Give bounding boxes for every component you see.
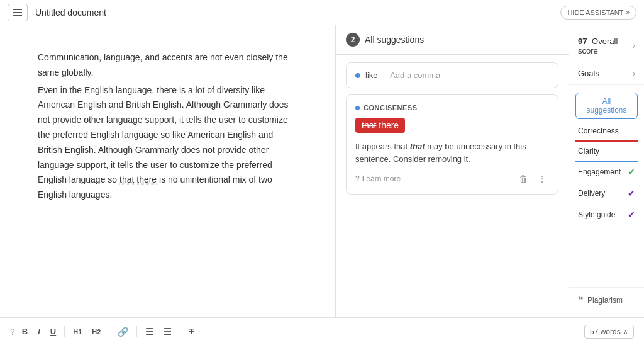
suggestions-header-label: All suggestions (365, 35, 424, 45)
style-guide-check-icon: ✔ (628, 210, 635, 220)
more-options-button[interactable]: ⋮ (535, 172, 549, 185)
there-text: there (379, 120, 399, 130)
suggestions-header: 2 All suggestions (336, 25, 569, 55)
category-engagement[interactable]: Engagement ✔ (575, 162, 638, 183)
tab-all-suggestions[interactable]: All suggestions (575, 93, 638, 119)
suggestion-footer: ? Learn more 🗑 ⋮ (355, 172, 549, 185)
clarity-label: Clarity (578, 147, 599, 156)
suggestion-card-like[interactable]: like · Add a comma (346, 62, 558, 88)
word-count-chevron: ∧ (623, 327, 628, 336)
paragraph-2: Even in the English language, there is a… (38, 83, 297, 203)
goals-row[interactable]: Goals › (569, 62, 644, 85)
that-there-tag: that there (355, 118, 405, 133)
plagiarism-label: Plagiarism (587, 296, 623, 305)
menu-button[interactable] (8, 4, 28, 21)
plagiarism-icon: ❝ (578, 294, 584, 306)
suggestion-card-minor-content: like · Add a comma (347, 63, 558, 88)
suggestion-description: It appears that that may be unnecessary … (355, 140, 549, 165)
goals-label: Goals (578, 69, 599, 78)
paragraph-1: Communication, language, and accents are… (38, 50, 297, 81)
editor-content: Communication, language, and accents are… (38, 50, 297, 203)
chevron-right-icon: » (626, 9, 630, 16)
overall-score-row[interactable]: 97 Overall score › (569, 30, 644, 62)
goals-chevron-icon: › (633, 69, 635, 78)
plagiarism-row[interactable]: ❝ Plagiarism (569, 287, 644, 312)
ordered-list-button[interactable]: ☰ (142, 324, 157, 339)
that-there-highlight: that there (119, 174, 157, 184)
unordered-list-button[interactable]: ☰ (160, 324, 175, 339)
clear-format-button[interactable]: T (186, 324, 197, 339)
suggestions-count: 2 (346, 33, 360, 47)
delivery-label: Delivery (578, 189, 605, 198)
separator-1 (64, 326, 65, 337)
engagement-check-icon: ✔ (628, 167, 635, 177)
add-comma-label: · (383, 71, 386, 80)
separator-2 (109, 326, 109, 337)
category-clarity[interactable]: Clarity (575, 142, 638, 162)
suggestions-panel: 2 All suggestions like · Add a comma CON… (336, 25, 569, 317)
underline-button[interactable]: U (47, 324, 59, 339)
bold-button[interactable]: B (19, 324, 31, 339)
italic-button[interactable]: I (35, 324, 43, 339)
add-comma-action: Add a comma (390, 71, 440, 80)
chevron-right-icon: › (633, 42, 635, 50)
assistant-panel: 97 Overall score › Goals › All suggestio… (569, 25, 644, 317)
main-layout: Communication, language, and accents are… (0, 25, 644, 317)
bottom-toolbar: ? B I U H1 H2 🔗 ☰ ☰ T 57 words ∧ (0, 317, 644, 345)
document-title: Untitled document (35, 8, 106, 18)
footer-actions: 🗑 ⋮ (516, 172, 549, 185)
correctness-label: Correctness (578, 127, 619, 135)
question-icon: ? (355, 174, 360, 183)
separator-3 (136, 326, 137, 337)
category-correctness[interactable]: Correctness (575, 122, 638, 142)
hamburger-icon (13, 9, 22, 16)
suggestions-list: like · Add a comma CONCISENESS that ther… (336, 55, 569, 317)
link-button[interactable]: 🔗 (114, 324, 131, 339)
suggestion-card-conciseness[interactable]: CONCISENESS that there It appears that t… (346, 94, 558, 195)
h2-button[interactable]: H2 (89, 325, 104, 338)
dot-blue-icon (355, 73, 360, 78)
score-number: 97 (578, 37, 587, 46)
suggestion-card-main-content: CONCISENESS that there It appears that t… (347, 95, 558, 194)
delivery-check-icon: ✔ (628, 188, 635, 198)
hide-assistant-button[interactable]: HIDE ASSISTANT » (560, 6, 636, 20)
like-word: like (172, 130, 186, 140)
category-delivery[interactable]: Delivery ✔ (575, 183, 638, 205)
word-count-button[interactable]: 57 words ∧ (584, 325, 634, 339)
conciseness-label: CONCISENESS (355, 104, 549, 111)
learn-more-link[interactable]: ? Learn more (355, 174, 401, 183)
category-style-guide[interactable]: Style guide ✔ (575, 205, 638, 226)
category-list: Correctness Clarity Engagement ✔ Deliver… (569, 122, 644, 226)
score-content: 97 Overall score (578, 37, 633, 55)
dot-blue-small-icon (355, 106, 360, 110)
word-count-label: 57 words (590, 327, 621, 336)
like-label: like (365, 71, 378, 80)
separator-4 (180, 326, 180, 337)
editor-panel[interactable]: Communication, language, and accents are… (0, 25, 336, 317)
that-strikethrough: that (362, 120, 376, 130)
delete-suggestion-button[interactable]: 🗑 (516, 172, 530, 185)
h1-button[interactable]: H1 (70, 325, 85, 338)
topbar: Untitled document HIDE ASSISTANT » (0, 0, 644, 25)
engagement-label: Engagement (578, 167, 621, 176)
style-guide-label: Style guide (578, 210, 615, 219)
help-icon[interactable]: ? (10, 327, 15, 337)
